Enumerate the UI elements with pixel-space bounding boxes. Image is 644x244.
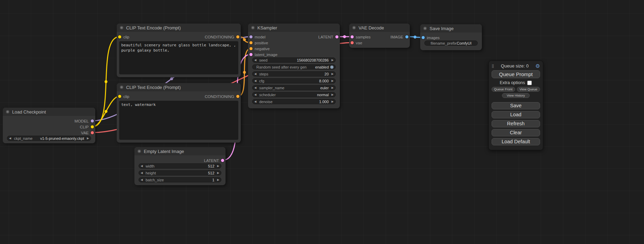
decrement-arrow-icon[interactable]: ◀	[254, 59, 256, 62]
save-button[interactable]: Save	[492, 102, 540, 109]
widget-scheduler[interactable]: ◀schedulernormal▶	[252, 92, 336, 97]
widget-denoise[interactable]: ◀denoise1.000▶	[252, 99, 336, 104]
slot-row: MODEL	[3, 118, 95, 124]
output-slot-MODEL[interactable]	[91, 119, 94, 123]
output-slot-CONDITIONING[interactable]	[236, 95, 239, 98]
node-title-bar[interactable]: CLIP Text Encode (Prompt)	[117, 83, 241, 91]
decrement-arrow-icon[interactable]: ◀	[141, 165, 143, 168]
output-slot-LATENT[interactable]	[335, 35, 338, 38]
output-slot-LATENT[interactable]	[221, 159, 224, 162]
toggle-knob-icon[interactable]	[330, 65, 334, 69]
slots-area: clipCONDITIONING	[117, 91, 241, 99]
collapse-toggle-icon[interactable]	[6, 110, 9, 114]
node-vae-decode[interactable]: VAE DecodesamplesIMAGEvae	[349, 24, 410, 48]
widget-value: 8.000	[319, 79, 329, 83]
node-ksampler[interactable]: KSamplermodelLATENTpositivenegativelaten…	[248, 24, 340, 108]
view-history-button[interactable]: View History	[502, 93, 530, 98]
node-empty-latent-image[interactable]: Empty Latent ImageLATENT◀width512▶◀heigh…	[134, 147, 226, 185]
output-slot-label: LATENT	[204, 159, 219, 163]
input-slot-vae[interactable]	[351, 41, 354, 44]
input-slot-positive[interactable]	[249, 41, 253, 44]
decrement-arrow-icon[interactable]: ◀	[254, 80, 256, 82]
slot-row: VAE	[3, 130, 95, 136]
increment-arrow-icon[interactable]: ▶	[217, 165, 219, 168]
wire-load-checkpoint-to-clip-text-encode-negative	[92, 96, 120, 127]
refresh-button[interactable]: Refresh	[492, 120, 540, 127]
prompt-textarea[interactable]: text, watermark	[119, 101, 238, 140]
input-slot-samples[interactable]	[351, 35, 354, 38]
node-title-bar[interactable]: Load Checkpoint	[3, 108, 95, 116]
slot-row: modelLATENT	[248, 34, 340, 40]
output-slot-CONDITIONING[interactable]	[236, 35, 239, 38]
input-slot-clip[interactable]	[118, 35, 121, 38]
output-slot-IMAGE[interactable]	[405, 35, 408, 38]
decrement-arrow-icon[interactable]: ◀	[141, 179, 143, 181]
increment-arrow-icon[interactable]: ▶	[332, 93, 334, 96]
widget-name: scheduler	[259, 93, 276, 97]
node-load-checkpoint[interactable]: Load CheckpointMODELCLIPVAE◀ckpt_namev1-…	[3, 108, 95, 143]
decrement-arrow-icon[interactable]: ◀	[9, 137, 11, 140]
node-clip-text-encode-negative[interactable]: CLIP Text Encode (Prompt)clipCONDITIONIN…	[117, 83, 241, 143]
node-save-image[interactable]: Save Imageimagesfilename_prefixComfyUI	[420, 24, 482, 50]
node-clip-text-encode-positive[interactable]: CLIP Text Encode (Prompt)clipCONDITIONIN…	[117, 24, 241, 77]
collapse-toggle-icon[interactable]	[423, 27, 427, 30]
widget-width[interactable]: ◀width512▶	[139, 163, 221, 169]
increment-arrow-icon[interactable]: ▶	[332, 59, 334, 62]
input-slot-negative[interactable]	[249, 47, 253, 50]
decrement-arrow-icon[interactable]: ◀	[254, 73, 256, 75]
output-slot-CLIP[interactable]	[91, 125, 94, 128]
widget-steps[interactable]: ◀steps20▶	[252, 71, 336, 76]
widget-name: steps	[259, 72, 268, 76]
view-queue-button[interactable]: View Queue	[517, 87, 540, 92]
settings-gear-icon[interactable]: ⚙	[536, 63, 540, 69]
widget-cfg[interactable]: ◀cfg8.000▶	[252, 78, 336, 83]
graph-canvas[interactable]: Load CheckpointMODELCLIPVAE◀ckpt_namev1-…	[0, 0, 644, 244]
increment-arrow-icon[interactable]: ▶	[332, 100, 334, 103]
input-slot-model[interactable]	[249, 35, 253, 38]
clear-button[interactable]: Clear	[492, 129, 540, 136]
decrement-arrow-icon[interactable]: ◀	[254, 100, 256, 103]
queue-front-button[interactable]: Queue Front	[492, 87, 515, 92]
node-title-bar[interactable]: Save Image	[420, 24, 482, 33]
increment-arrow-icon[interactable]: ▶	[217, 172, 219, 174]
widget-value: 156680208700286	[297, 58, 329, 62]
node-title: CLIP Text Encode (Prompt)	[126, 85, 181, 90]
widget-random-seed-after-every-gen[interactable]: Random seed after every genenabled	[252, 64, 336, 70]
increment-arrow-icon[interactable]: ▶	[217, 179, 219, 181]
node-title-bar[interactable]: CLIP Text Encode (Prompt)	[117, 24, 241, 32]
increment-arrow-icon[interactable]: ▶	[87, 137, 89, 140]
input-slot-latent_image[interactable]	[249, 53, 253, 56]
input-slot-label: model	[255, 35, 265, 39]
input-slot-clip[interactable]	[118, 95, 121, 98]
collapse-toggle-icon[interactable]	[120, 26, 123, 29]
widget-sampler-name[interactable]: ◀sampler_nameeuler▶	[252, 85, 336, 90]
widget-filename-prefix[interactable]: filename_prefixComfyUI	[424, 40, 478, 46]
input-slot-images[interactable]	[422, 36, 425, 39]
output-slot-label: LATENT	[318, 35, 333, 39]
decrement-arrow-icon[interactable]: ◀	[254, 87, 256, 89]
decrement-arrow-icon[interactable]: ◀	[141, 172, 143, 174]
widget-seed[interactable]: ◀seed156680208700286▶	[252, 57, 336, 63]
increment-arrow-icon[interactable]: ▶	[332, 73, 334, 75]
output-slot-VAE[interactable]	[91, 131, 94, 134]
load-button[interactable]: Load	[492, 111, 540, 118]
collapse-toggle-icon[interactable]	[251, 26, 255, 29]
collapse-toggle-icon[interactable]	[138, 150, 141, 153]
widget-ckpt-name[interactable]: ◀ckpt_namev1-5-pruned-emaonly.ckpt▶	[7, 136, 91, 141]
increment-arrow-icon[interactable]: ▶	[332, 87, 334, 89]
queue-prompt-button[interactable]: Queue Prompt	[492, 70, 540, 78]
prompt-textarea[interactable]: beautiful scenery nature glass bottle la…	[119, 41, 238, 74]
widget-name: filename_prefix	[431, 41, 457, 45]
node-title-bar[interactable]: Empty Latent Image	[134, 147, 226, 155]
panel-drag-handle-icon[interactable]: ⣿	[492, 64, 494, 68]
collapse-toggle-icon[interactable]	[120, 85, 123, 89]
widget-height[interactable]: ◀height512▶	[139, 170, 221, 175]
load-default-button[interactable]: Load Default	[492, 138, 540, 145]
node-title-bar[interactable]: VAE Decode	[349, 24, 410, 32]
increment-arrow-icon[interactable]: ▶	[332, 80, 334, 82]
widget-batch-size[interactable]: ◀batch_size1▶	[139, 177, 221, 182]
extra-options-checkbox[interactable]	[527, 81, 532, 85]
node-title-bar[interactable]: KSampler	[248, 24, 340, 32]
collapse-toggle-icon[interactable]	[352, 26, 356, 29]
decrement-arrow-icon[interactable]: ◀	[254, 93, 256, 96]
